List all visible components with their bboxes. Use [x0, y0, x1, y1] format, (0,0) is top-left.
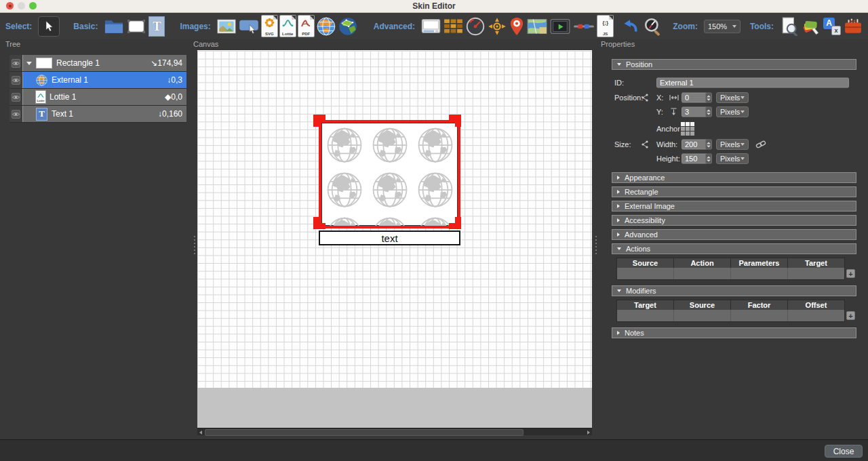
y-stepper[interactable] [705, 107, 712, 117]
selection-handle[interactable] [313, 115, 326, 127]
horizontal-scrollbar[interactable] [197, 428, 592, 435]
zoom-tool-button[interactable] [643, 15, 663, 38]
sphere-image-button[interactable] [338, 15, 357, 38]
container-tool-button[interactable] [104, 15, 124, 38]
width-unit-select[interactable]: Pixels [716, 139, 749, 150]
scroll-right-icon[interactable] [587, 430, 590, 435]
design-tool-button[interactable] [802, 15, 821, 38]
section-header-advanced[interactable]: Advanced [612, 229, 856, 240]
y-input[interactable]: 3 [682, 107, 707, 117]
scrollbar-thumb[interactable] [205, 429, 524, 436]
tree-row[interactable]: T Text 1 ↓0,160 [9, 106, 186, 123]
javascript-element-button[interactable]: {;} JS [597, 15, 613, 38]
panorama-image-button[interactable] [317, 15, 336, 38]
left-splitter-handle[interactable] [194, 236, 195, 254]
table-cell [731, 310, 788, 321]
section-header-notes[interactable]: Notes [612, 327, 856, 338]
button-tool-button[interactable] [239, 15, 259, 38]
size-label: Size: [614, 140, 631, 148]
close-button[interactable]: Close [825, 445, 863, 458]
modifiers-empty-row[interactable] [617, 310, 844, 321]
compass-target-icon [488, 17, 507, 36]
id-row: ID: External 1 [612, 77, 853, 88]
translate-tool-button[interactable]: A x [823, 15, 841, 38]
visibility-toggle[interactable] [12, 59, 20, 68]
video-element-button[interactable] [550, 15, 570, 38]
chevron-down-icon [741, 143, 745, 146]
selection-handle[interactable] [449, 217, 461, 229]
canvas-area[interactable]: text [197, 50, 592, 435]
height-unit-select[interactable]: Pixels [716, 153, 749, 164]
canvas-grid[interactable]: text [197, 51, 592, 388]
zoom-select[interactable]: 150% [704, 20, 741, 33]
width-row: Size: Width: 200 Pixels [612, 139, 853, 150]
tree-row[interactable]: Rectangle 1 ↘174,94 [9, 55, 186, 72]
section-header-external-image[interactable]: External Image [612, 201, 856, 212]
disclosure-triangle-icon[interactable] [26, 62, 32, 65]
section-header-rectangle[interactable]: Rectangle [612, 186, 856, 197]
svg-tool-button[interactable]: SVG [262, 15, 277, 38]
width-stepper[interactable] [705, 140, 712, 150]
undo-button[interactable] [620, 15, 640, 38]
logic-node-icon[interactable] [641, 94, 649, 102]
x-input[interactable]: 0 [682, 93, 707, 103]
visibility-toggle[interactable] [12, 76, 20, 85]
find-tool-button[interactable] [780, 15, 799, 38]
close-window-button[interactable] [6, 2, 14, 9]
y-unit-select[interactable]: Pixels [716, 106, 749, 117]
tree-item-position: ◆0,0 [165, 92, 182, 102]
selection-handle[interactable] [313, 217, 326, 229]
section-header-modifiers[interactable]: Modifiers [612, 285, 856, 296]
logic-node-icon[interactable] [641, 140, 649, 148]
section-header-actions[interactable]: Actions [612, 243, 856, 254]
tree-row[interactable]: External 1 ↓0,3 [9, 72, 186, 89]
scroll-left-icon[interactable] [199, 430, 202, 435]
text-element[interactable]: text [319, 230, 460, 245]
zoom-window-button[interactable] [29, 2, 37, 9]
window-element-button[interactable] [421, 15, 441, 38]
tree-row[interactable]: Lottie Lottie 1 ◆0,0 [9, 89, 186, 106]
basic-group-label: Basic: [73, 22, 98, 31]
visibility-toggle[interactable] [12, 93, 20, 102]
link-dimensions-icon[interactable] [755, 140, 766, 148]
components-toolbox-button[interactable] [844, 15, 863, 38]
minimize-window-button[interactable] [18, 2, 25, 9]
id-field[interactable]: External 1 [656, 78, 849, 88]
section-header-position[interactable]: Position [612, 59, 856, 70]
add-modifier-button[interactable]: + [846, 311, 855, 320]
height-input[interactable]: 150 [682, 154, 707, 164]
anchor-grid-selector[interactable] [680, 121, 695, 136]
x-stepper[interactable] [705, 93, 712, 103]
right-splitter-handle[interactable] [595, 236, 597, 254]
pdf-tool-button[interactable]: PDF [298, 15, 314, 38]
rectangle-tool-button[interactable] [127, 15, 146, 38]
text-tool-button[interactable]: T [149, 15, 165, 38]
section-header-accessibility[interactable]: Accessibility [612, 215, 856, 226]
x-unit-select[interactable]: Pixels [716, 92, 749, 103]
undo-icon [620, 17, 640, 36]
selection-handle[interactable] [449, 115, 461, 127]
height-stepper[interactable] [705, 154, 712, 164]
section-header-appearance[interactable]: Appearance [612, 172, 856, 183]
text-tool-icon: T [149, 16, 165, 37]
rectangle-icon [127, 19, 146, 34]
thumbnail-menu-button[interactable] [443, 15, 463, 38]
selected-external-image[interactable] [319, 120, 460, 228]
image-tool-button[interactable] [217, 15, 236, 38]
timer-element-button[interactable] [466, 15, 485, 38]
compass-element-button[interactable] [488, 15, 507, 38]
map-element-button[interactable] [527, 15, 547, 38]
globe-tile [367, 212, 412, 228]
lottie-file-label: Lottie [280, 32, 296, 36]
hotspot-element-button[interactable] [509, 15, 524, 38]
tree-item-label: Text 1 [52, 109, 73, 119]
width-input[interactable]: 200 [682, 140, 707, 150]
add-action-button[interactable]: + [846, 269, 855, 278]
actions-empty-row[interactable] [617, 268, 844, 279]
lottie-tool-button[interactable]: Lottie [280, 15, 296, 38]
timeline-element-button[interactable] [573, 15, 595, 38]
visibility-toggle[interactable] [12, 110, 20, 119]
select-tool-button[interactable] [38, 16, 60, 37]
globe-tile [321, 167, 367, 212]
folder-icon [104, 18, 124, 35]
